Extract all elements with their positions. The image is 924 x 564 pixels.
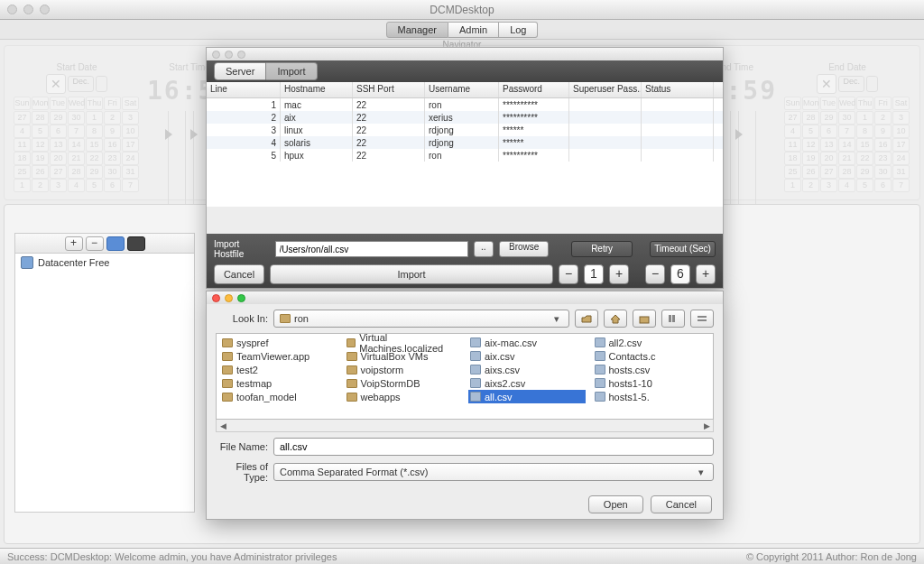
timeout-plus-button[interactable]: + <box>696 264 716 284</box>
table-row[interactable]: 4solaris22rdjong****** <box>207 136 723 149</box>
file-icon <box>470 365 481 374</box>
table-row[interactable]: 3linux22rdjong****** <box>207 124 723 136</box>
col-superpass[interactable]: Superuser Pass... <box>569 82 642 97</box>
list-item[interactable]: test2 <box>220 363 337 376</box>
list-item[interactable]: aixs2.csv <box>468 376 586 390</box>
file-icon <box>595 337 605 347</box>
tab-manager[interactable]: Manager <box>386 22 448 38</box>
minimize-icon[interactable] <box>23 5 33 14</box>
hostfile-input[interactable] <box>275 241 468 257</box>
retry-plus-button[interactable]: + <box>609 264 629 284</box>
list-item[interactable]: TeamViewer.app <box>220 349 337 363</box>
col-sshport[interactable]: SSH Port <box>353 82 425 97</box>
filename-label: File Name: <box>216 441 268 452</box>
up-folder-button[interactable] <box>575 310 598 328</box>
list-view-button[interactable] <box>661 310 685 328</box>
list-item[interactable]: all2.csv <box>593 336 710 349</box>
list-item[interactable]: syspref <box>220 336 337 349</box>
tab-log[interactable]: Log <box>499 22 538 38</box>
table-row[interactable]: 1mac22ron********** <box>207 98 723 111</box>
file-close-icon[interactable] <box>212 294 220 302</box>
end-month-select[interactable]: Dec. <box>838 76 864 92</box>
close-icon[interactable] <box>7 5 17 14</box>
chevron-down-icon: ▾ <box>695 467 707 478</box>
detail-view-button[interactable] <box>690 310 714 328</box>
tree-root-item[interactable]: Datacenter Free <box>15 254 194 272</box>
tab-server[interactable]: Server <box>214 62 266 80</box>
tree-toolbar: + − <box>15 234 194 254</box>
browse-button[interactable]: Browse <box>499 241 549 257</box>
file-min-icon[interactable] <box>225 294 233 302</box>
import-button[interactable]: Import <box>270 264 553 284</box>
table-row[interactable]: 2aix22xerius********** <box>207 111 723 124</box>
list-item[interactable]: hosts.csv <box>593 363 710 376</box>
col-status[interactable]: Status <box>642 82 714 97</box>
retry-button[interactable]: Retry <box>571 241 632 257</box>
file-button-row: Open Cancel <box>207 488 723 521</box>
list-item[interactable]: toofan_model <box>220 390 337 403</box>
main-titlebar: DCMDesktop <box>0 0 924 20</box>
datacenter-tree-panel: + − Datacenter Free <box>14 233 195 513</box>
list-item[interactable]: Contacts.c <box>593 349 710 363</box>
col-hostname[interactable]: Hostname <box>281 82 353 97</box>
filetype-label: Files of Type: <box>216 461 268 483</box>
clear-date-button[interactable]: ✕ <box>46 74 66 94</box>
file-list[interactable]: sysprefTeamViewer.apptest2testmaptoofan_… <box>216 333 714 420</box>
month-select[interactable]: Dec. <box>68 76 94 92</box>
tree-remove-button[interactable]: − <box>86 236 104 251</box>
tree-root-label: Datacenter Free <box>38 257 109 268</box>
list-item[interactable]: hosts1-10 <box>593 376 710 390</box>
table-row[interactable]: 5hpux22ron********** <box>207 149 723 162</box>
lookin-select[interactable]: ron ▾ <box>273 310 569 328</box>
clear-end-date-button[interactable]: ✕ <box>817 74 836 94</box>
list-item[interactable]: hosts1-5. <box>593 390 710 403</box>
retry-minus-button[interactable]: − <box>559 264 578 284</box>
year-select[interactable] <box>96 76 107 92</box>
end-minute-slider[interactable] <box>738 111 756 219</box>
import-zoom-icon[interactable] <box>237 51 245 59</box>
list-item[interactable]: testmap <box>220 376 337 390</box>
open-button[interactable]: Open <box>588 495 643 513</box>
new-folder-button[interactable] <box>633 310 656 328</box>
file-zoom-icon[interactable] <box>237 294 245 302</box>
tree-add-button[interactable]: + <box>65 236 83 251</box>
file-icon <box>595 365 605 374</box>
folder-icon <box>346 393 357 402</box>
tree-view2-button[interactable] <box>127 236 145 251</box>
list-item[interactable]: webapps <box>345 390 462 403</box>
list-item[interactable]: Virtual Machines.localized <box>345 336 462 349</box>
list-item[interactable]: voipstorm <box>345 363 462 376</box>
list-item[interactable]: VoipStormDB <box>345 376 462 390</box>
import-min-icon[interactable] <box>225 51 233 59</box>
zoom-icon[interactable] <box>40 5 50 14</box>
hostfile-label: Import Hostfile <box>214 239 270 259</box>
col-username[interactable]: Username <box>425 82 499 97</box>
tree-view1-button[interactable] <box>106 236 125 251</box>
hosts-table-header: Line Hostname SSH Port Username Password… <box>207 82 723 98</box>
tab-import[interactable]: Import <box>266 62 317 80</box>
hour-slider[interactable] <box>168 111 186 219</box>
main-menubar: Manager Admin Log <box>0 20 924 40</box>
file-list-scrollbar[interactable]: ◀▶ <box>216 420 714 432</box>
file-cancel-button[interactable]: Cancel <box>651 495 712 513</box>
list-item[interactable]: aix-mac.csv <box>468 336 586 349</box>
list-item[interactable]: aixs.csv <box>468 363 586 376</box>
timeout-minus-button[interactable]: − <box>645 264 665 284</box>
tab-admin[interactable]: Admin <box>448 22 499 38</box>
timeout-button[interactable]: Timeout (Sec) <box>650 241 716 257</box>
file-icon <box>470 392 481 402</box>
list-item[interactable]: all.csv <box>468 390 586 403</box>
import-close-icon[interactable] <box>212 51 220 59</box>
folder-icon <box>280 314 291 323</box>
filename-input[interactable] <box>273 438 714 456</box>
dots-button[interactable]: .. <box>474 241 494 257</box>
svg-rect-1 <box>669 315 671 322</box>
col-password[interactable]: Password <box>499 82 569 97</box>
list-item[interactable]: aix.csv <box>468 349 586 363</box>
home-button[interactable] <box>604 310 627 328</box>
filetype-select[interactable]: Comma Separated Format (*.csv) ▾ <box>273 463 714 481</box>
hosts-table-body: 1mac22ron**********2aix22xerius*********… <box>207 98 723 207</box>
cancel-button[interactable]: Cancel <box>214 264 264 284</box>
col-line[interactable]: Line <box>207 82 281 97</box>
end-year-select[interactable] <box>866 76 878 92</box>
